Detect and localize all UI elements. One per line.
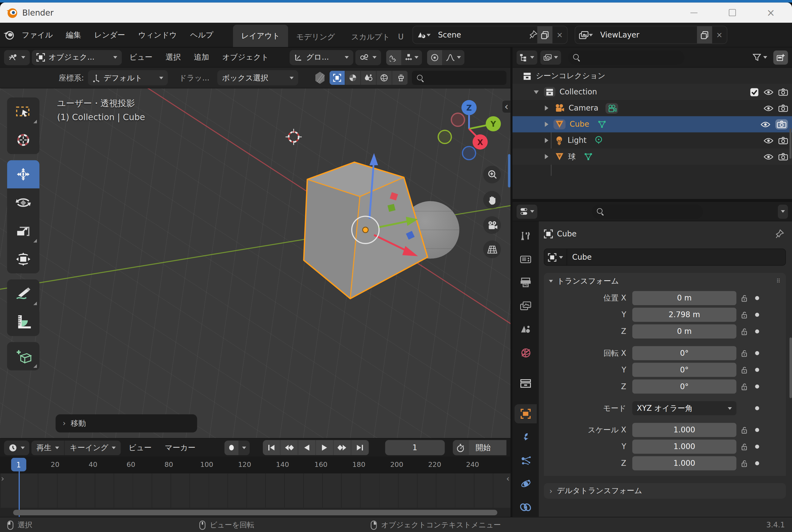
tool-add-cube[interactable]	[7, 342, 39, 370]
eye-icon[interactable]	[764, 136, 773, 144]
scene-selector[interactable]: Scene ×	[412, 26, 567, 44]
pivot-point-button[interactable]	[355, 50, 381, 65]
operator-panel[interactable]: › 移動	[56, 414, 197, 432]
shading-material-button[interactable]	[345, 71, 361, 85]
lock-icon[interactable]	[736, 366, 752, 374]
zoom-button[interactable]	[483, 166, 501, 184]
autokey-dropdown[interactable]	[239, 440, 250, 455]
xray-toggle-icon[interactable]	[315, 71, 326, 84]
blender-app-menu-icon[interactable]	[3, 30, 15, 40]
snap-toggle[interactable]	[386, 50, 401, 65]
object-name-value[interactable]: Cube	[567, 252, 597, 262]
outliner-search-input[interactable]	[568, 50, 684, 64]
viewlayer-name[interactable]: ViewLayer	[596, 31, 697, 39]
eye-icon[interactable]	[764, 88, 773, 96]
play-reverse-button[interactable]	[298, 440, 316, 455]
tab-modifiers[interactable]	[514, 428, 536, 446]
scene-name[interactable]: Scene	[434, 31, 529, 39]
axis-neg-z-ball[interactable]	[463, 147, 475, 159]
minimize-button[interactable]	[689, 8, 699, 18]
row-scene-collection[interactable]: シーンコレクション	[512, 68, 792, 84]
viewlayer-browse-button[interactable]	[575, 26, 596, 43]
lock-icon[interactable]	[736, 383, 752, 390]
tool-tweak-select[interactable]	[7, 97, 39, 126]
rotation-mode-dropdown[interactable]: XYZ オイラー角	[633, 401, 736, 415]
select-mode-dropdown[interactable]: ボックス選択	[218, 70, 298, 86]
tab-world[interactable]	[514, 343, 536, 362]
eye-icon[interactable]	[764, 153, 773, 160]
shading-paint-button[interactable]	[392, 71, 408, 85]
perspective-toggle-button[interactable]	[483, 241, 501, 258]
tool-measure[interactable]	[7, 308, 39, 336]
row-sphere[interactable]: 球	[512, 149, 792, 165]
timeline-body[interactable]: 20 40 60 80 100 120 140 160 180 200 220 …	[0, 457, 511, 517]
tab-sculpting[interactable]: スカルプト	[343, 27, 398, 47]
lock-icon[interactable]	[736, 443, 752, 451]
next-keyframe-button[interactable]	[334, 440, 351, 455]
tab-output[interactable]	[514, 273, 536, 292]
camera-toggle-icon[interactable]	[778, 136, 788, 145]
close-button[interactable]: ×	[766, 8, 776, 18]
object-name-field[interactable]: Cube	[544, 248, 786, 266]
properties-scrollbar[interactable]	[790, 338, 792, 398]
tab-physics[interactable]	[514, 475, 536, 493]
eye-icon[interactable]	[761, 120, 770, 128]
menu-add[interactable]: 追加	[188, 53, 215, 62]
checkbox-checked-icon[interactable]	[750, 88, 759, 96]
current-frame-field[interactable]: 1	[385, 440, 445, 455]
menu-render[interactable]: レンダー	[88, 23, 132, 47]
animate-dot[interactable]	[755, 428, 759, 432]
transform-orientation-dropdown[interactable]: グロ...	[290, 50, 354, 65]
editor-splitter[interactable]	[512, 199, 792, 202]
editor-type-button[interactable]	[4, 50, 30, 65]
maximize-button[interactable]	[728, 8, 737, 18]
tab-particles[interactable]	[514, 451, 536, 470]
orientation-setting-dropdown[interactable]: デフォルト	[88, 70, 168, 86]
viewlayer-selector[interactable]: ViewLayer ×	[574, 26, 727, 44]
play-button[interactable]	[316, 440, 334, 455]
outliner-scrollbar[interactable]	[790, 128, 791, 159]
camera-toggle-box[interactable]	[775, 119, 788, 130]
animate-dot[interactable]	[755, 384, 759, 388]
row-cube[interactable]: Cube	[512, 116, 792, 132]
timeline-right-arrow[interactable]: ‹	[506, 474, 509, 483]
outliner-filter-button[interactable]	[750, 50, 770, 64]
lock-icon[interactable]	[736, 459, 752, 467]
animate-dot[interactable]	[755, 351, 759, 355]
timeline-tracks[interactable]	[0, 473, 511, 508]
menu-marker[interactable]: マーカー	[159, 443, 201, 452]
properties-editor-type-button[interactable]	[516, 205, 538, 218]
tab-render[interactable]	[514, 250, 536, 269]
tool-move[interactable]	[7, 160, 39, 188]
tool-annotate[interactable]	[7, 280, 39, 308]
timeline-ruler[interactable]: 20 40 60 80 100 120 140 160 180 200 220 …	[0, 457, 511, 473]
lock-icon[interactable]	[736, 349, 752, 357]
row-collection[interactable]: Collection	[512, 84, 792, 100]
viewport-search-input[interactable]	[412, 71, 506, 85]
pan-button[interactable]	[483, 191, 501, 209]
rotation-y-input[interactable]: 0°	[633, 363, 736, 377]
object-id-button[interactable]	[544, 249, 567, 265]
3d-viewport[interactable]: ユーザー・透視投影 (1) Collection | Cube	[0, 89, 511, 438]
animate-dot[interactable]	[755, 313, 759, 317]
shading-rendered-button[interactable]	[377, 71, 392, 85]
collapse-arrow-icon[interactable]	[534, 90, 539, 94]
shading-solid-button[interactable]	[330, 71, 345, 85]
camera-view-button[interactable]	[483, 216, 501, 234]
mode-dropdown[interactable]: オブジェク...	[32, 50, 122, 65]
viewlayer-remove-button[interactable]: ×	[712, 31, 727, 39]
tab-collection[interactable]	[514, 374, 536, 393]
menu-playback[interactable]: 再生	[31, 440, 64, 455]
scale-z-input[interactable]: 1.000	[633, 456, 736, 471]
breadcrumb-object-name[interactable]: Cube	[557, 229, 577, 239]
row-light[interactable]: Light	[512, 132, 792, 149]
axis-neg-x-ball[interactable]	[451, 113, 465, 127]
sidebar-collapse-arrow[interactable]: ‹	[502, 100, 511, 113]
transform-panel-header[interactable]: トランスフォーム ⠿	[544, 273, 786, 289]
scene-new-button[interactable]	[538, 26, 552, 43]
tab-view-layer[interactable]	[514, 297, 536, 316]
rotation-z-input[interactable]: 0°	[633, 379, 736, 394]
tab-constraints[interactable]	[514, 498, 536, 517]
viewlayer-new-button[interactable]	[697, 26, 712, 43]
location-z-input[interactable]: 0 m	[633, 324, 736, 339]
